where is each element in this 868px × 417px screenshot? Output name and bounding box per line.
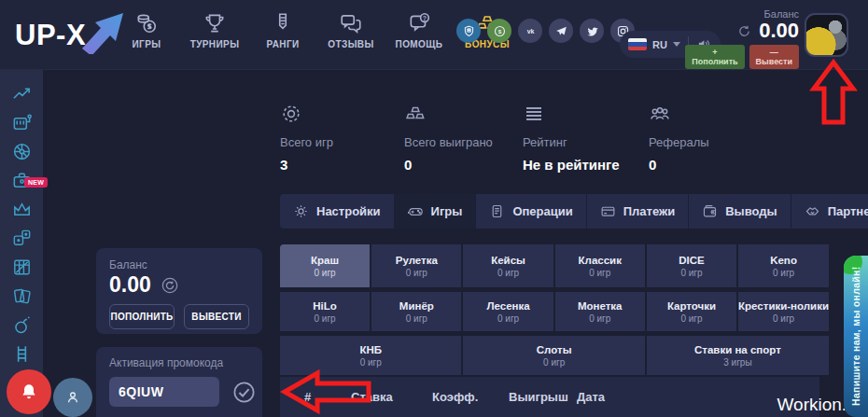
tab-affiliate[interactable]: Партнерка	[791, 194, 868, 229]
keno-board-icon[interactable]	[11, 257, 33, 278]
trophy-icon	[203, 11, 227, 35]
social-links: $ vk	[456, 19, 635, 43]
refresh-icon	[737, 24, 751, 38]
svg-text:?: ?	[423, 15, 427, 21]
games-stats-grid: Краш 0 игр Рулетка 0 игр Кейсы 0 игр Кла…	[280, 244, 829, 375]
dollar-refresh-icon: $	[493, 24, 507, 38]
upx-logo[interactable]: UP-X	[15, 15, 125, 56]
notifications-button[interactable]	[7, 369, 51, 414]
nav-item-help[interactable]: ? ПОМОЩЬ	[392, 11, 446, 49]
roulette-icon[interactable]	[11, 141, 33, 162]
chip-icon	[280, 103, 302, 125]
coin-bomb-icon[interactable]	[11, 314, 33, 336]
game-cell-hilo[interactable]: HiLo 0 игр	[280, 292, 370, 331]
dice-icon[interactable]	[11, 228, 33, 249]
game-cell-crash[interactable]: Краш 0 игр	[280, 244, 370, 287]
nav-label: ПОМОЩЬ	[396, 39, 443, 49]
cards-icon[interactable]	[11, 285, 33, 307]
bell-icon	[19, 382, 39, 402]
gear-icon	[293, 203, 309, 219]
up-x-profile-page: UP-X ИГРЫ ТУРНИРЫ РАНГИ	[0, 0, 868, 417]
game-cell-dice[interactable]: DICE 0 игр	[647, 244, 736, 287]
logo-arrow-icon	[77, 7, 129, 54]
game-cell-keno[interactable]: Keno 0 игр	[738, 244, 829, 287]
balance-card-value: 0.00	[109, 273, 151, 297]
handshake-icon	[805, 203, 820, 219]
promo-card: Активация промокода	[96, 347, 262, 417]
refresh-balance-button[interactable]	[161, 276, 179, 295]
help-chat-icon: ?	[407, 11, 431, 35]
person-icon	[65, 390, 80, 405]
tab-settings[interactable]: Настройки	[280, 194, 395, 229]
balance-value: 0.00	[759, 21, 799, 41]
header-balance: Баланс 0.00 + Пополнить — Вывести	[691, 8, 799, 69]
game-cell-miner[interactable]: Минёр 0 игр	[371, 292, 461, 331]
game-cell-coinflip[interactable]: Монетка 0 игр	[555, 292, 645, 331]
game-cell-roulette[interactable]: Рулетка 0 игр	[371, 244, 461, 287]
logo-text: UP-X	[15, 19, 86, 52]
tab-withdrawals[interactable]: Выводы	[689, 194, 791, 229]
vk-link[interactable]: vk	[518, 19, 542, 43]
check-circle-icon	[231, 380, 257, 405]
user-avatar[interactable]	[805, 13, 848, 57]
top-header: UP-X ИГРЫ ТУРНИРЫ РАНГИ	[0, 0, 868, 70]
games-sidebar: NEW	[0, 70, 43, 417]
refresh-circle-icon	[161, 276, 179, 295]
deposit-button[interactable]: + Пополнить	[685, 45, 744, 69]
stat-total-won: Всего выиграно 0	[404, 103, 493, 173]
column-date: Дата	[577, 377, 605, 417]
game-cell-sportsbets[interactable]: Ставки на спорт 3 игры	[647, 336, 829, 375]
tab-payments[interactable]: Платежи	[587, 194, 689, 229]
nav-label: ТУРНИРЫ	[190, 39, 240, 49]
nav-label: ИГРЫ	[133, 39, 161, 49]
crown-icon[interactable]	[11, 199, 33, 220]
withdraw-button[interactable]: — Вывести	[749, 45, 799, 69]
nav-label: ОТЗЫВЫ	[328, 39, 373, 49]
main-nav: ИГРЫ ТУРНИРЫ РАНГИ ОТЗЫВЫ	[119, 11, 514, 49]
annotation-arrow-avatar	[808, 56, 859, 129]
game-cell-cards[interactable]: Карточки 0 игр	[647, 292, 736, 331]
document-icon	[489, 203, 505, 219]
game-cell-cases[interactable]: Кейсы 0 игр	[463, 244, 553, 287]
twitter-link[interactable]	[580, 19, 604, 43]
promo-code-input[interactable]	[109, 377, 219, 407]
annotation-arrow-table	[278, 368, 375, 416]
balance-card-label: Баланс	[109, 258, 249, 271]
svg-text:vk: vk	[526, 28, 534, 35]
game-cell-slots[interactable]: Слоты 0 игр	[463, 336, 644, 375]
game-cell-tictactoe[interactable]: Крестики-нолики 0 игр	[738, 292, 829, 331]
ladder-icon[interactable]	[11, 343, 33, 365]
wallet-icon	[702, 203, 718, 219]
telegram-icon	[554, 24, 568, 38]
slots-icon[interactable]	[11, 112, 33, 133]
credit-card-icon	[600, 203, 616, 219]
new-badge: NEW	[24, 177, 48, 188]
stat-referrals: Рефералы 0	[649, 103, 709, 173]
crash-graph-icon[interactable]	[11, 83, 33, 104]
rank-badge-icon	[271, 11, 295, 35]
cashback-link[interactable]: $	[487, 19, 511, 43]
shield-coins-icon	[462, 24, 476, 38]
nav-item-reviews[interactable]: ОТЗЫВЫ	[324, 11, 378, 49]
stat-total-games: Всего игр 3	[280, 103, 333, 173]
nav-item-tournaments[interactable]: ТУРНИРЫ	[188, 11, 242, 49]
online-chat-tab[interactable]: Напишите нам, мы онлайн!	[844, 256, 868, 417]
deposit-button[interactable]: ПОПОЛНИТЬ	[109, 304, 175, 329]
withdraw-button[interactable]: ВЫВЕСТИ	[184, 304, 249, 329]
activate-promo-button[interactable]	[231, 380, 257, 405]
tab-games[interactable]: Игры	[395, 194, 477, 229]
profile-tabs: Настройки Игры Операции Платежи Выводы	[280, 194, 868, 229]
nav-item-ranks[interactable]: РАНГИ	[256, 11, 310, 49]
support-mascot[interactable]	[53, 378, 92, 417]
refresh-balance-button[interactable]	[737, 24, 751, 38]
bonus-shield-link[interactable]	[456, 19, 481, 43]
nav-label: РАНГИ	[266, 39, 299, 49]
telegram-link[interactable]	[549, 19, 573, 43]
gold-bars-icon	[404, 103, 427, 125]
game-cell-classic[interactable]: Классик 0 игр	[555, 244, 645, 287]
tab-operations[interactable]: Операции	[476, 194, 586, 229]
game-cell-ladder[interactable]: Лесенка 0 игр	[463, 292, 553, 331]
column-win: Выигрыш	[509, 377, 568, 417]
russia-flag-icon	[628, 38, 647, 50]
people-icon	[649, 103, 671, 125]
